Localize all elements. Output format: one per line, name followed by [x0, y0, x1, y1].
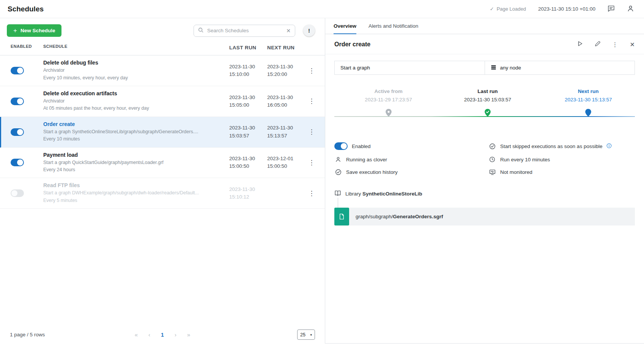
edit-button[interactable]	[595, 41, 600, 48]
previous-page-button[interactable]: ‹	[148, 331, 150, 338]
schedule-periodicity: Every 10 minutes	[43, 136, 225, 143]
kebab-icon: ⋮	[309, 128, 315, 136]
last-run-success-pin-icon	[484, 109, 491, 117]
column-enabled: ENABLED	[11, 44, 43, 52]
comments-button[interactable]	[608, 5, 615, 13]
prop-save-history: Save execution history	[334, 169, 481, 175]
more-actions-button[interactable]: ⋮	[612, 41, 618, 48]
close-detail-button[interactable]: ✕	[630, 41, 635, 48]
kebab-icon: ⋮	[309, 190, 315, 197]
column-schedule: SCHEDULE	[43, 44, 229, 52]
run-button[interactable]	[577, 41, 583, 48]
caret-down-icon: ▾	[310, 333, 312, 337]
row-menu-button[interactable]: ⋮	[306, 128, 317, 136]
page-title: Schedules	[8, 5, 44, 13]
last-run-value: 2023-11-3015:10:12	[229, 186, 267, 201]
search-box: ✕	[194, 25, 295, 37]
play-icon	[577, 41, 583, 48]
prop-enabled: Enabled	[334, 142, 481, 150]
library-name: SyntheticOnlineStoreLib	[362, 191, 422, 197]
enabled-toggle[interactable]	[11, 189, 24, 197]
page-size-select[interactable]: 25 ▾	[297, 330, 315, 340]
task-fields: Start a graph any node	[334, 61, 635, 75]
plus-icon: +	[13, 27, 17, 34]
task-type-field[interactable]: Start a graph	[334, 61, 485, 75]
graph-file-item[interactable]: graph/subgraph/GenerateOrders.sgrf	[334, 208, 635, 225]
next-run-value: 2023-12-0115:00:50	[267, 155, 305, 170]
info-icon[interactable]	[606, 143, 612, 150]
table-row-disabled[interactable]: Read FTP files Start a graph DWHExample/…	[0, 178, 325, 209]
prop-run-every: Run every 10 minutes	[488, 156, 635, 162]
node-value: any node	[500, 65, 521, 71]
close-icon: ✕	[630, 41, 635, 48]
last-page-icon: »	[187, 331, 190, 338]
timeline-active-from: Active from 2023-11-29 17:23:57	[365, 88, 412, 102]
account-button[interactable]	[627, 5, 634, 13]
library-connector-line	[338, 198, 338, 208]
schedule-title: Delete old debug files	[43, 60, 225, 66]
enabled-toggle[interactable]	[11, 128, 24, 136]
prop-running-as: Running as clover	[334, 156, 481, 162]
user-icon	[334, 156, 342, 162]
kebab-icon: ⋮	[309, 98, 315, 105]
detail-title: Order create	[334, 41, 370, 48]
schedule-periodicity: Every 10 minutes, every hour, every day	[43, 74, 225, 82]
kebab-icon: ⋮	[309, 67, 315, 74]
enabled-toggle[interactable]	[11, 98, 24, 105]
next-run-value: 2023-11-3016:05:00	[267, 94, 305, 109]
enabled-toggle[interactable]	[11, 67, 24, 74]
new-schedule-button[interactable]: + New Schedule	[7, 24, 61, 37]
schedule-properties: Enabled Start skipped executions as soon…	[334, 142, 635, 175]
list-footer: 1 page / 5 rows « ‹ 1 › » 25 ▾	[0, 323, 325, 350]
timeline-next-run: Next run 2023-11-30 15:13:57	[565, 88, 612, 102]
table-header: ENABLED SCHEDULE LAST RUN NEXT RUN	[0, 42, 325, 55]
exclamation-icon: !	[308, 27, 310, 34]
check-circle-icon	[488, 143, 496, 150]
enabled-toggle[interactable]	[334, 142, 348, 150]
first-page-button[interactable]: «	[135, 331, 138, 338]
table-row[interactable]: Delete old execution artifacts Archivato…	[0, 86, 325, 117]
warning-indicator-button[interactable]: !	[303, 25, 315, 36]
schedules-list: Delete old debug files Archivator Every …	[0, 55, 325, 209]
prop-start-skipped: Start skipped executions as soon as poss…	[488, 142, 635, 150]
schedule-title: Read FTP files	[43, 182, 225, 188]
schedule-periodicity: Every 5 minutes	[43, 197, 225, 204]
enabled-toggle[interactable]	[11, 159, 24, 166]
tab-overview[interactable]: Overview	[334, 18, 356, 34]
row-menu-button[interactable]: ⋮	[306, 97, 317, 105]
detail-tabs: Overview Alerts and Notification	[325, 18, 644, 34]
table-row-selected[interactable]: Order create Start a graph SyntheticOnli…	[0, 117, 325, 148]
tab-alerts-and-notification[interactable]: Alerts and Notification	[368, 18, 418, 34]
clock-icon	[488, 156, 496, 162]
clear-search-button[interactable]: ✕	[286, 28, 291, 34]
schedule-task: Start a graph DWHExample/graph/subgraph/…	[43, 189, 225, 197]
current-page[interactable]: 1	[161, 332, 164, 338]
kebab-icon: ⋮	[309, 159, 315, 166]
page-loaded-status: ✓ Page Loaded	[490, 6, 526, 12]
table-row[interactable]: Payment load Start a graph QuickStartGui…	[0, 148, 325, 178]
table-row[interactable]: Delete old debug files Archivator Every …	[0, 55, 325, 86]
next-page-button[interactable]: ›	[175, 331, 176, 338]
schedule-task: Start a graph QuickStartGuide/graph/paym…	[43, 159, 225, 166]
detail-header: Order create ⋮ ✕	[325, 34, 644, 54]
task-type-value: Start a graph	[340, 65, 370, 71]
prop-monitored: Not monitored	[488, 169, 635, 175]
row-menu-button[interactable]: ⋮	[306, 67, 317, 75]
schedule-task: Archivator	[43, 98, 225, 105]
row-menu-button[interactable]: ⋮	[306, 159, 317, 167]
last-page-button[interactable]: »	[187, 331, 190, 338]
row-menu-button[interactable]: ⋮	[306, 189, 317, 197]
account-icon	[627, 5, 634, 13]
comments-icon	[608, 5, 615, 13]
schedule-task: Archivator	[43, 67, 225, 74]
run-timeline: Active from 2023-11-29 17:23:57 Last run…	[334, 88, 635, 126]
search-input[interactable]	[206, 27, 283, 34]
rows-summary: 1 page / 5 rows	[10, 332, 45, 337]
search-icon	[198, 27, 203, 34]
schedule-task: Start a graph SyntheticOnlineStoreLib/gr…	[43, 128, 225, 136]
page-size-value: 25	[300, 332, 305, 337]
node-field[interactable]: any node	[485, 61, 635, 75]
app-header: Schedules ✓ Page Loaded 2023-11-30 15:10…	[0, 0, 644, 18]
monitor-icon	[488, 169, 496, 175]
last-run-value: 2023-11-3015:05:00	[229, 94, 267, 109]
